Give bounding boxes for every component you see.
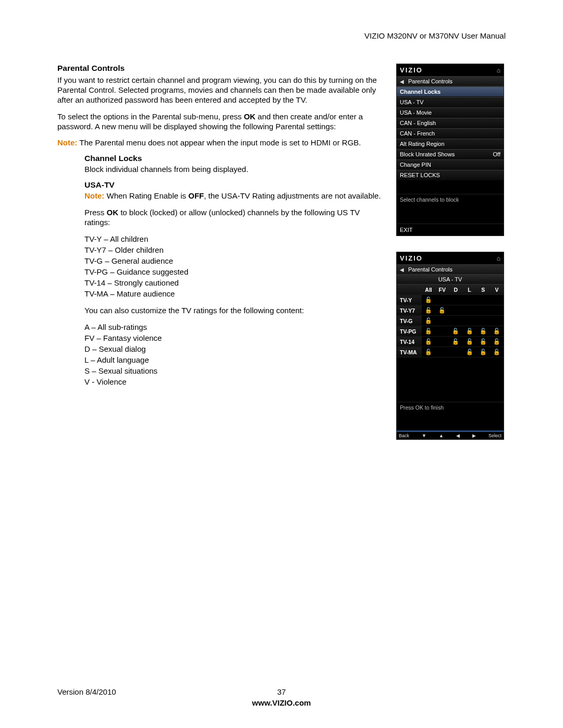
ratings-list: TV-Y – All childrenTV-Y7 – Older childre… bbox=[84, 233, 386, 299]
select-options-paragraph: To select the options in the Parental su… bbox=[57, 112, 386, 131]
lock-cell[interactable]: 🔓 bbox=[476, 337, 490, 347]
lock-cell[interactable]: 🔓 bbox=[462, 337, 476, 347]
lock-cell[interactable] bbox=[449, 305, 462, 316]
lock-cell[interactable] bbox=[435, 295, 449, 305]
unlock-icon: 🔓 bbox=[452, 338, 459, 344]
osd2-nav[interactable]: Back ▼ ▲ ◀ ▶ Select bbox=[397, 430, 504, 439]
ratings-grid[interactable]: AllFVDLSVTV-Y🔓TV-Y7🔓🔓TV-G🔓TV-PG🔓🔓🔓🔓🔓TV-1… bbox=[397, 285, 504, 357]
lock-cell[interactable] bbox=[490, 305, 504, 316]
osd2-tab: USA - TV bbox=[397, 275, 504, 285]
list-item: TV-Y7 – Older children bbox=[84, 244, 386, 255]
nav-select[interactable]: Select bbox=[488, 433, 501, 438]
lock-cell[interactable]: 🔓 bbox=[422, 347, 435, 357]
list-item: V - Violence bbox=[84, 376, 386, 387]
nav-right-icon[interactable]: ▶ bbox=[472, 433, 476, 438]
text-column: Parental Controls If you want to restric… bbox=[57, 64, 396, 393]
nav-left-icon[interactable]: ◀ bbox=[456, 433, 460, 438]
osd1-exit[interactable]: EXIT bbox=[397, 224, 504, 236]
osd1-selected-item[interactable]: Channel Locks bbox=[397, 87, 504, 97]
row-header: TV-Y bbox=[397, 295, 422, 305]
lock-cell[interactable] bbox=[435, 326, 449, 337]
osd-menu-item[interactable]: Change PIN bbox=[397, 159, 504, 170]
col-header: L bbox=[462, 285, 476, 295]
usa-tv-title: USA-TV bbox=[84, 180, 386, 190]
nav-back[interactable]: Back bbox=[399, 433, 409, 438]
unlock-icon: 🔓 bbox=[425, 317, 432, 324]
footer-page-number: 37 bbox=[277, 687, 286, 696]
list-item: A – All sub-ratings bbox=[84, 322, 386, 332]
unlock-icon: 🔓 bbox=[466, 328, 473, 334]
lock-cell[interactable] bbox=[476, 316, 490, 326]
osd-parental-menu: VIZIO ⌂ ◀ Parental Controls Channel Lock… bbox=[396, 64, 504, 236]
lock-cell[interactable]: 🔓 bbox=[422, 337, 435, 347]
lock-cell[interactable] bbox=[490, 316, 504, 326]
nav-down-icon[interactable]: ▼ bbox=[422, 433, 426, 438]
usa-tv-press-ok: Press OK to block (locked) or allow (unl… bbox=[84, 207, 386, 227]
lock-cell[interactable] bbox=[435, 316, 449, 326]
osd-menu-item[interactable]: USA - Movie bbox=[397, 107, 504, 118]
home-icon[interactable]: ⌂ bbox=[497, 67, 500, 74]
unlock-icon: 🔓 bbox=[480, 328, 487, 334]
osd1-logo: VIZIO bbox=[400, 66, 423, 74]
lock-cell[interactable]: 🔓 bbox=[462, 326, 476, 337]
lock-cell[interactable] bbox=[476, 295, 490, 305]
unlock-icon: 🔓 bbox=[493, 328, 500, 334]
osd1-block-unrated[interactable]: Block Unrated Shows Off bbox=[397, 149, 504, 159]
lock-cell[interactable] bbox=[435, 347, 449, 357]
osd-menu-item[interactable]: CAN - English bbox=[397, 118, 504, 128]
lock-cell[interactable] bbox=[490, 295, 504, 305]
lock-cell[interactable]: 🔓 bbox=[422, 316, 435, 326]
home-icon[interactable]: ⌂ bbox=[497, 255, 500, 262]
unlock-icon: 🔓 bbox=[438, 307, 446, 313]
lock-cell[interactable]: 🔓 bbox=[476, 347, 490, 357]
lock-cell[interactable]: 🔓 bbox=[476, 326, 490, 337]
lock-cell[interactable] bbox=[449, 347, 462, 357]
lock-cell[interactable]: 🔓 bbox=[422, 305, 435, 316]
nav-up-icon[interactable]: ▲ bbox=[439, 433, 444, 438]
lock-cell[interactable]: 🔓 bbox=[435, 305, 449, 316]
list-item: D – Sexual dialog bbox=[84, 343, 386, 354]
osd2-logo: VIZIO bbox=[400, 254, 423, 262]
unlock-icon: 🔓 bbox=[493, 349, 500, 355]
footer-version: Version 8/4/2010 bbox=[57, 687, 116, 696]
osd-menu-item[interactable]: CAN - French bbox=[397, 128, 504, 139]
unlock-icon: 🔓 bbox=[425, 297, 432, 303]
lock-cell[interactable]: 🔓 bbox=[449, 326, 462, 337]
lock-cell[interactable]: 🔓 bbox=[422, 295, 435, 305]
list-item: TV-14 – Strongly cautioned bbox=[84, 277, 386, 288]
osd-menu-item[interactable]: USA - TV bbox=[397, 97, 504, 107]
osd-menu-item[interactable]: RESET LOCKS bbox=[397, 170, 504, 180]
lock-cell[interactable]: 🔓 bbox=[462, 347, 476, 357]
list-item: TV-PG – Guidance suggested bbox=[84, 266, 386, 277]
list-item: TV-Y – All children bbox=[84, 233, 386, 244]
lock-cell[interactable] bbox=[462, 305, 476, 316]
back-arrow-icon[interactable]: ◀ bbox=[400, 267, 404, 273]
list-item: S – Sexual situations bbox=[84, 365, 386, 376]
osd1-crumb: Parental Controls bbox=[408, 78, 452, 84]
lock-cell[interactable]: 🔓 bbox=[422, 326, 435, 337]
lock-cell[interactable] bbox=[435, 337, 449, 347]
lock-cell[interactable]: 🔓 bbox=[449, 337, 462, 347]
lock-cell[interactable]: 🔓 bbox=[490, 326, 504, 337]
list-item: L – Adult language bbox=[84, 354, 386, 365]
lock-cell[interactable] bbox=[462, 316, 476, 326]
lock-cell[interactable] bbox=[449, 316, 462, 326]
back-arrow-icon[interactable]: ◀ bbox=[400, 79, 404, 84]
unlock-icon: 🔓 bbox=[480, 338, 487, 344]
row-header: TV-14 bbox=[397, 337, 422, 347]
col-header: FV bbox=[435, 285, 449, 295]
unlock-icon: 🔓 bbox=[425, 338, 432, 344]
lock-cell[interactable] bbox=[476, 305, 490, 316]
lock-cell[interactable] bbox=[462, 295, 476, 305]
unlock-icon: 🔓 bbox=[466, 349, 473, 355]
row-header: TV-MA bbox=[397, 347, 422, 357]
channel-locks-title: Channel Locks bbox=[84, 154, 386, 163]
row-header: TV-G bbox=[397, 316, 422, 326]
unlock-icon: 🔓 bbox=[480, 349, 487, 355]
list-item: TV-MA – Mature audience bbox=[84, 288, 386, 299]
osd-menu-item[interactable]: Alt Rating Region bbox=[397, 139, 504, 149]
doc-header-right: VIZIO M320NV or M370NV User Manual bbox=[57, 31, 506, 40]
lock-cell[interactable]: 🔓 bbox=[490, 337, 504, 347]
lock-cell[interactable] bbox=[449, 295, 462, 305]
lock-cell[interactable]: 🔓 bbox=[490, 347, 504, 357]
